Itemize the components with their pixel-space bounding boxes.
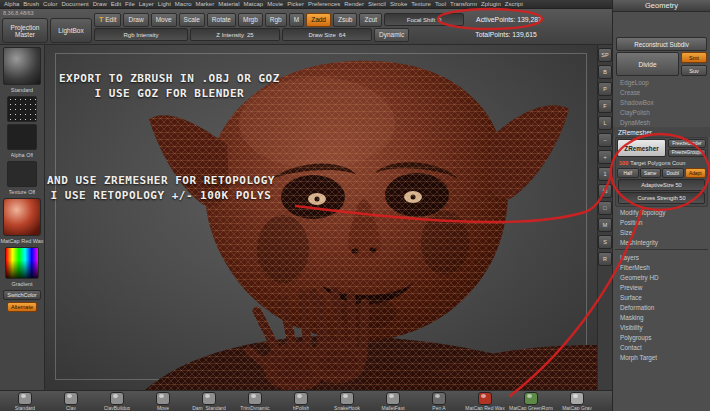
brush-item[interactable]: Dam_Standard <box>187 392 231 410</box>
menu-item[interactable]: Stencil <box>366 1 388 7</box>
brush-item[interactable]: TrimDynamic <box>233 392 277 410</box>
material-thumbnail[interactable] <box>3 198 41 236</box>
adapt-button[interactable]: Adapt <box>685 168 707 178</box>
zoom-in-icon[interactable]: + <box>598 150 612 164</box>
brush-item[interactable]: Standard <box>3 392 47 410</box>
stroke-thumbnail[interactable] <box>7 96 37 122</box>
mrgb-button[interactable]: Mrgb <box>238 13 263 27</box>
menu-item[interactable]: Color <box>41 1 59 7</box>
menu-item[interactable]: Draw <box>91 1 109 7</box>
panel-section-row[interactable]: FiberMesh <box>613 262 710 272</box>
menu-item[interactable]: Render <box>342 1 366 7</box>
menu-item[interactable]: Stroke <box>388 1 409 7</box>
rotate-tool-icon[interactable]: R <box>598 252 612 266</box>
panel-section-row[interactable]: DynaMesh <box>613 117 710 127</box>
zremesher-section-header[interactable]: ZRemesher <box>613 127 710 137</box>
menu-item[interactable]: Picker <box>285 1 306 7</box>
same-button[interactable]: Same <box>640 168 662 178</box>
zcut-button[interactable]: Zcut <box>359 13 382 27</box>
lightbox-button[interactable]: LightBox <box>50 18 92 43</box>
smt-button[interactable]: Smt <box>681 52 707 63</box>
panel-section-row[interactable]: Deformation <box>613 302 710 312</box>
actual-size-icon[interactable]: 1 <box>598 167 612 181</box>
canvas[interactable]: EXPORT TO ZBRUSH IN .OBJ OR GOZ I USE GO… <box>45 45 597 390</box>
edit-button[interactable]: TEdit <box>94 13 121 27</box>
z-intensity-slider[interactable]: Z Intensity25 <box>190 28 280 41</box>
panel-title[interactable]: Geometry <box>613 0 710 12</box>
projection-master-button[interactable]: Projection Master <box>2 18 48 43</box>
zadd-button[interactable]: Zadd <box>306 13 331 27</box>
alpha-thumbnail[interactable] <box>7 124 37 150</box>
freeze-groups-button[interactable]: FreezeGroups <box>668 149 706 158</box>
rotate-button[interactable]: Rotate <box>207 13 236 27</box>
suv-button[interactable]: Suv <box>681 65 707 76</box>
adaptive-size-slider[interactable]: AdaptiveSize 50 <box>618 179 705 191</box>
half-button[interactable]: Half <box>617 168 639 178</box>
panel-section-row[interactable]: Modify Topology <box>613 207 710 217</box>
switch-color-button[interactable]: SwitchColor <box>3 290 40 300</box>
panel-section-row[interactable]: Preview <box>613 282 710 292</box>
double-button[interactable]: Doubl <box>662 168 684 178</box>
menu-item[interactable]: Transform <box>448 1 479 7</box>
panel-section-row[interactable]: Masking <box>613 312 710 322</box>
panel-section-row[interactable]: ShadowBox <box>613 97 710 107</box>
brush-item[interactable]: hPolish <box>279 392 323 410</box>
focal-shift-slider[interactable]: Focal Shift0 <box>384 13 464 26</box>
zremesher-button[interactable]: ZRemesher <box>617 139 666 157</box>
move-button[interactable]: Move <box>151 13 177 27</box>
brush-item[interactable]: Pen A <box>417 392 461 410</box>
frame-icon[interactable]: □ <box>598 201 612 215</box>
brush-item[interactable]: MatCap Gray <box>555 392 599 410</box>
panel-section-row[interactable]: MeshIntegrity <box>613 237 710 247</box>
panel-section-row[interactable]: Contact <box>613 342 710 352</box>
divide-button[interactable]: Divide <box>616 52 679 76</box>
bpr-button[interactable]: B <box>598 65 612 79</box>
freeze-border-button[interactable]: FreezeBorder <box>668 139 706 148</box>
persp-icon[interactable]: P <box>598 82 612 96</box>
panel-section-row[interactable]: Visibility <box>613 322 710 332</box>
panel-section-row[interactable]: Layers <box>613 252 710 262</box>
spix-button[interactable]: SP <box>598 48 612 62</box>
zsub-button[interactable]: Zsub <box>333 13 357 27</box>
panel-section-row[interactable]: Size <box>613 227 710 237</box>
draw-button[interactable]: Draw <box>123 13 148 27</box>
menu-item[interactable]: Edit <box>109 1 123 7</box>
brush-item[interactable]: MatCap Red Wax <box>463 392 507 410</box>
menu-item[interactable]: Brush <box>21 1 41 7</box>
menu-item[interactable]: File <box>123 1 137 7</box>
scale-button[interactable]: Scale <box>179 13 205 27</box>
menu-item[interactable]: Zscript <box>503 1 525 7</box>
rgb-button[interactable]: Rgb <box>265 13 287 27</box>
panel-section-row[interactable]: EdgeLoop <box>613 77 710 87</box>
brush-item[interactable]: MalletFast <box>371 392 415 410</box>
brush-item[interactable]: MatCap GreenRoma <box>509 392 553 410</box>
panel-section-row[interactable]: Crease <box>613 87 710 97</box>
panel-section-row[interactable]: ClayPolish <box>613 107 710 117</box>
zoom-out-icon[interactable]: − <box>598 133 612 147</box>
menu-item[interactable]: Light <box>156 1 173 7</box>
local-icon[interactable]: L <box>598 116 612 130</box>
brush-item[interactable]: Move <box>141 392 185 410</box>
brush-thumbnail[interactable] <box>3 47 41 85</box>
menu-item[interactable]: Alpha <box>2 1 21 7</box>
m-button[interactable]: M <box>289 13 304 27</box>
brush-item[interactable]: ClayBuildup <box>95 392 139 410</box>
menu-item[interactable]: Marker <box>193 1 216 7</box>
brush-item[interactable]: SnakeHook <box>325 392 369 410</box>
menu-item[interactable]: Movie <box>265 1 285 7</box>
menu-item[interactable]: Tool <box>433 1 448 7</box>
texture-thumbnail[interactable] <box>7 161 37 187</box>
curves-strength-slider[interactable]: Curves Strength 50 <box>618 192 705 204</box>
move-tool-icon[interactable]: M <box>598 218 612 232</box>
reconstruct-subdiv-button[interactable]: Reconstruct Subdiv <box>616 37 707 51</box>
menu-item[interactable]: Layer <box>137 1 156 7</box>
panel-section-row[interactable]: Position <box>613 217 710 227</box>
brush-item[interactable]: Clay <box>49 392 93 410</box>
panel-section-row[interactable]: Surface <box>613 292 710 302</box>
menu-item[interactable]: Zplugin <box>479 1 503 7</box>
scale-tool-icon[interactable]: S <box>598 235 612 249</box>
panel-section-row[interactable]: Geometry HD <box>613 272 710 282</box>
dynamic-toggle[interactable]: Dynamic <box>374 28 409 42</box>
color-picker[interactable] <box>5 247 39 279</box>
menu-item[interactable]: Macro <box>173 1 194 7</box>
